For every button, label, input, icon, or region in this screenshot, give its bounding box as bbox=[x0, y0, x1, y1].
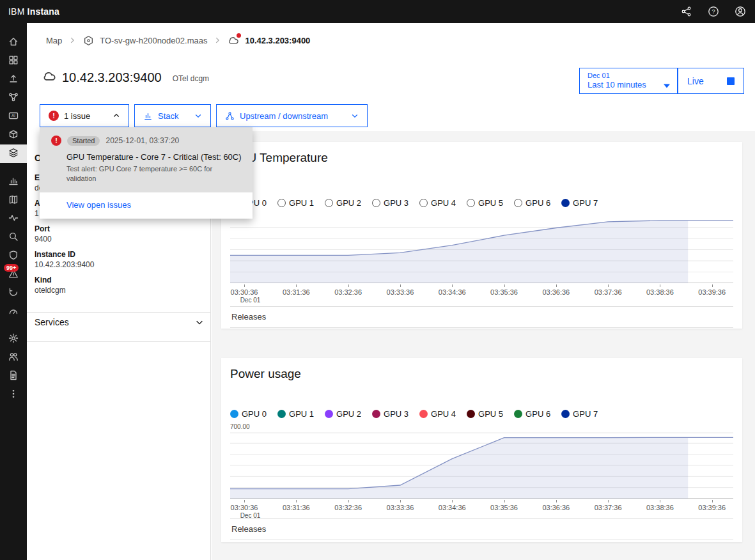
sidebar-item-automation[interactable] bbox=[0, 284, 27, 302]
legend-dot bbox=[561, 199, 570, 207]
error-icon: ! bbox=[51, 136, 61, 146]
sidebar-item-services-flow[interactable] bbox=[0, 89, 27, 107]
legend-item-gpu-3[interactable]: GPU 3 bbox=[372, 198, 409, 208]
sidebar-item-more[interactable] bbox=[0, 385, 27, 404]
chart-title: Power usage bbox=[230, 367, 301, 381]
stack-button[interactable]: Stack bbox=[134, 104, 211, 127]
legend-item-gpu-0[interactable]: GPU 0 bbox=[230, 409, 267, 419]
sidebar-item-synthetics[interactable] bbox=[0, 210, 27, 228]
legend-item-gpu-2[interactable]: GPU 2 bbox=[325, 198, 361, 208]
overflow-icon bbox=[8, 389, 19, 401]
app-logo[interactable]: IBM Instana bbox=[8, 6, 59, 17]
live-button[interactable]: Live bbox=[678, 68, 744, 94]
sidebar-item-deployments[interactable] bbox=[0, 70, 27, 89]
power-area-chart[interactable] bbox=[230, 432, 733, 499]
legend-item-gpu-6[interactable]: GPU 6 bbox=[514, 409, 550, 419]
sidebar-item-analytics[interactable] bbox=[0, 173, 27, 191]
legend-label: GPU 2 bbox=[336, 409, 361, 419]
legend-dot bbox=[561, 410, 570, 418]
divider bbox=[27, 341, 210, 342]
services-section-toggle[interactable]: Services bbox=[35, 317, 204, 327]
legend-item-gpu-5[interactable]: GPU 5 bbox=[467, 409, 503, 419]
legend-item-gpu-3[interactable]: GPU 3 bbox=[372, 409, 409, 419]
page-title: 10.42.3.203:9400 bbox=[62, 70, 162, 85]
legend-item-gpu-6[interactable]: GPU 6 bbox=[514, 198, 550, 208]
upstream-downstream-icon bbox=[225, 111, 235, 121]
x-tick-mark bbox=[504, 284, 505, 287]
sidebar-item-team[interactable] bbox=[0, 348, 27, 367]
chevron-down-icon bbox=[195, 318, 204, 327]
x-tick-mark bbox=[296, 284, 297, 287]
legend-dot bbox=[467, 199, 475, 207]
sidebar-item-events[interactable]: 99+ bbox=[0, 265, 27, 284]
live-label: Live bbox=[687, 76, 704, 86]
breadcrumb-map-link[interactable]: Map bbox=[46, 36, 62, 45]
time-range-picker[interactable]: Dec 01 Last 10 minutes bbox=[579, 68, 678, 94]
layers-icon bbox=[8, 148, 19, 160]
x-tick-label: 03:32:36 bbox=[334, 504, 362, 511]
gpu-temperature-card: GPU Temperature GPU 0GPU 1GPU 2GPU 3GPU … bbox=[221, 142, 742, 329]
legend-item-gpu-4[interactable]: GPU 4 bbox=[419, 409, 456, 419]
ai-icon: AI bbox=[8, 111, 19, 123]
x-tick-mark bbox=[296, 500, 297, 502]
sidebar-item-home[interactable] bbox=[0, 33, 27, 52]
sidebar-item-dashboards[interactable] bbox=[0, 52, 27, 70]
legend-label: GPU 7 bbox=[573, 409, 598, 419]
shield-icon bbox=[8, 250, 19, 263]
legend-item-gpu-2[interactable]: GPU 2 bbox=[325, 409, 361, 419]
x-tick-mark bbox=[348, 500, 349, 502]
legend-dot bbox=[325, 199, 333, 207]
x-tick-label: 03:36:36 bbox=[542, 504, 570, 511]
sidebar-item-search[interactable] bbox=[0, 228, 27, 247]
x-tick-mark bbox=[608, 284, 609, 287]
top-app-bar: IBM Instana ? bbox=[0, 0, 755, 23]
sidebar-item-map[interactable] bbox=[0, 191, 27, 210]
grid-icon bbox=[8, 55, 19, 68]
x-tick-label: 03:39:36 bbox=[698, 288, 726, 296]
x-tick-mark bbox=[348, 284, 349, 287]
issue-item[interactable]: ! Started 2025-12-01, 03:37:20 GPU Tempe… bbox=[40, 127, 253, 192]
legend-label: GPU 4 bbox=[431, 409, 456, 419]
issues-button[interactable]: ! 1 issue bbox=[40, 104, 129, 127]
gears-icon bbox=[8, 287, 19, 300]
legend-label: GPU 7 bbox=[573, 198, 598, 208]
deploy-icon bbox=[8, 74, 19, 86]
sidebar-item-infrastructure[interactable] bbox=[0, 144, 27, 163]
svg-text:?: ? bbox=[712, 8, 715, 15]
legend-item-gpu-1[interactable]: GPU 1 bbox=[277, 409, 314, 419]
legend-item-gpu-7[interactable]: GPU 7 bbox=[561, 198, 598, 208]
releases-label: Releases bbox=[231, 312, 266, 322]
settings-icon bbox=[8, 333, 19, 346]
legend-dot bbox=[467, 410, 475, 418]
divider bbox=[27, 312, 210, 313]
chart-legend: GPU 0GPU 1GPU 2GPU 3GPU 4GPU 5GPU 6GPU 7 bbox=[230, 409, 598, 419]
x-tick-label: 03:31:36 bbox=[283, 504, 310, 511]
breadcrumb-host-link[interactable]: TO-sv-gw-h200node02.maas bbox=[100, 36, 207, 45]
x-tick-label: 03:30:36 bbox=[231, 288, 258, 296]
legend-item-gpu-5[interactable]: GPU 5 bbox=[467, 198, 503, 208]
sidebar-item-packages[interactable] bbox=[0, 126, 27, 144]
legend-label: GPU 4 bbox=[431, 198, 456, 208]
releases-row[interactable]: Releases bbox=[230, 518, 733, 540]
x-tick-mark bbox=[452, 284, 453, 287]
error-icon: ! bbox=[49, 111, 59, 121]
sidebar-item-docs[interactable] bbox=[0, 367, 27, 385]
help-icon[interactable]: ? bbox=[700, 0, 727, 23]
sidebar-item-slo[interactable] bbox=[0, 302, 27, 321]
entity-header: 10.42.3.203:9400 OTel dcgm Dec 01 Last 1… bbox=[27, 58, 755, 131]
user-avatar-icon[interactable] bbox=[727, 0, 754, 23]
cluster-icon bbox=[82, 35, 94, 46]
legend-item-gpu-7[interactable]: GPU 7 bbox=[561, 409, 598, 419]
legend-item-gpu-4[interactable]: GPU 4 bbox=[419, 198, 456, 208]
upstream-downstream-button[interactable]: Upstream / downstream bbox=[216, 104, 368, 127]
share-icon[interactable] bbox=[673, 0, 700, 23]
temperature-area-chart[interactable] bbox=[230, 216, 733, 283]
legend-item-gpu-1[interactable]: GPU 1 bbox=[277, 198, 314, 208]
sidebar-item-ai[interactable]: AI bbox=[0, 107, 27, 126]
sidebar-item-settings[interactable] bbox=[0, 330, 27, 348]
x-tick-label: 03:38:36 bbox=[646, 504, 674, 511]
sidebar-item-security[interactable] bbox=[0, 247, 27, 265]
legend-dot bbox=[372, 410, 380, 418]
view-open-issues-link[interactable]: View open issues bbox=[66, 200, 131, 210]
releases-row[interactable]: Releases bbox=[230, 306, 733, 328]
